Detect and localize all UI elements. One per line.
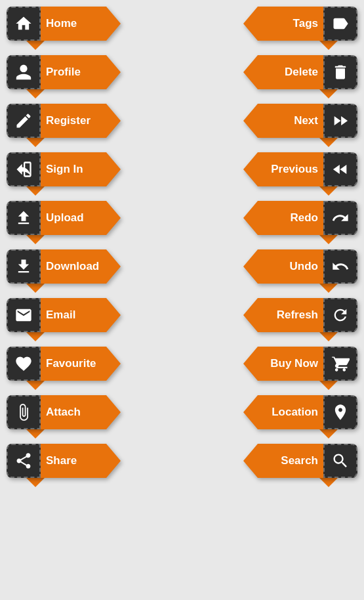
search-button[interactable]: Search <box>258 444 357 478</box>
home-button[interactable]: Home <box>7 7 106 41</box>
undo-label: Undo <box>290 260 318 273</box>
register-tail <box>26 138 45 147</box>
location-label: Location <box>272 406 318 419</box>
upload-icon <box>7 201 41 235</box>
tags-label: Tags <box>293 17 318 30</box>
download-tail <box>26 284 45 293</box>
redo-button[interactable]: Redo <box>258 201 357 235</box>
btn-wrap-tags: Tags <box>186 7 358 50</box>
delete-button[interactable]: Delete <box>258 55 357 89</box>
search-icon <box>323 444 357 478</box>
delete-label: Delete <box>285 66 318 79</box>
email-button[interactable]: Email <box>7 298 106 332</box>
share-button[interactable]: Share <box>7 444 106 478</box>
cart-icon <box>323 347 357 381</box>
favourite-label: Favourite <box>46 357 96 370</box>
btn-wrap-search: Search <box>186 444 358 487</box>
buynow-button[interactable]: Buy Now <box>258 347 357 381</box>
previous-label: Previous <box>271 163 318 176</box>
paperclip-icon <box>7 395 41 429</box>
btn-wrap-signin: Sign In <box>7 152 179 196</box>
location-icon <box>323 395 357 429</box>
redo-icon <box>323 201 357 235</box>
refresh-tail <box>319 332 338 341</box>
pencil-icon <box>7 104 41 138</box>
undo-icon <box>323 249 357 284</box>
share-icon <box>7 444 41 478</box>
tag-icon <box>323 7 357 41</box>
profile-tail <box>26 89 45 98</box>
email-icon <box>7 298 41 332</box>
download-label: Download <box>46 260 99 273</box>
location-button[interactable]: Location <box>258 395 357 429</box>
buynow-label: Buy Now <box>270 357 318 370</box>
upload-button[interactable]: Upload <box>7 201 106 235</box>
previous-button[interactable]: Previous <box>258 152 357 186</box>
download-button[interactable]: Download <box>7 249 106 284</box>
home-label: Home <box>46 17 77 30</box>
btn-wrap-share: Share <box>7 444 179 487</box>
upload-tail <box>26 235 45 244</box>
btn-wrap-email: Email <box>7 298 179 341</box>
share-tail <box>26 478 45 487</box>
fast-forward-icon <box>323 104 357 138</box>
signin-icon <box>7 152 41 186</box>
next-button[interactable]: Next <box>258 104 357 138</box>
undo-button[interactable]: Undo <box>258 249 357 284</box>
buynow-tail <box>319 381 338 390</box>
favourite-button[interactable]: Favourite <box>7 347 106 381</box>
signin-label: Sign In <box>46 163 83 176</box>
register-button[interactable]: Register <box>7 104 106 138</box>
btn-wrap-refresh: Refresh <box>186 298 358 341</box>
profile-button[interactable]: Profile <box>7 55 106 89</box>
redo-label: Redo <box>291 211 319 225</box>
btn-wrap-favourite: Favourite <box>7 347 179 390</box>
btn-wrap-delete: Delete <box>186 55 358 98</box>
trash-icon <box>323 55 357 89</box>
redo-tail <box>319 235 338 244</box>
delete-tail <box>319 89 338 98</box>
email-tail <box>26 332 45 341</box>
search-tail <box>319 478 338 487</box>
btn-wrap-redo: Redo <box>186 201 358 244</box>
btn-wrap-buynow: Buy Now <box>186 347 358 390</box>
signin-tail <box>26 186 45 196</box>
btn-wrap-next: Next <box>186 104 358 147</box>
search-label: Search <box>281 454 318 467</box>
btn-wrap-profile: Profile <box>7 55 179 98</box>
location-tail <box>319 429 338 439</box>
home-tail <box>26 41 45 50</box>
btn-wrap-location: Location <box>186 395 358 439</box>
previous-tail <box>319 186 338 196</box>
btn-wrap-download: Download <box>7 249 179 293</box>
btn-wrap-register: Register <box>7 104 179 147</box>
person-icon <box>7 55 41 89</box>
btn-wrap-upload: Upload <box>7 201 179 244</box>
refresh-label: Refresh <box>277 309 318 322</box>
download-icon <box>7 249 41 284</box>
rewind-icon <box>323 152 357 186</box>
next-tail <box>319 138 338 147</box>
btn-wrap-previous: Previous <box>186 152 358 196</box>
attach-label: Attach <box>46 406 81 419</box>
home-icon <box>7 7 41 41</box>
heart-icon <box>7 347 41 381</box>
btn-wrap-undo: Undo <box>186 249 358 293</box>
tags-tail <box>319 41 338 50</box>
tags-button[interactable]: Tags <box>258 7 357 41</box>
btn-wrap-home: Home <box>7 7 179 50</box>
signin-button[interactable]: Sign In <box>7 152 106 186</box>
favourite-tail <box>26 381 45 390</box>
attach-tail <box>26 429 45 439</box>
upload-label: Upload <box>46 211 84 225</box>
attach-button[interactable]: Attach <box>7 395 106 429</box>
refresh-button[interactable]: Refresh <box>258 298 357 332</box>
undo-tail <box>319 284 338 293</box>
button-grid: Home Tags Profile Delete Register Next S… <box>7 7 357 487</box>
btn-wrap-attach: Attach <box>7 395 179 439</box>
register-label: Register <box>46 114 91 127</box>
next-label: Next <box>294 114 318 127</box>
profile-label: Profile <box>46 66 81 79</box>
email-label: Email <box>46 309 75 322</box>
share-label: Share <box>46 454 77 467</box>
